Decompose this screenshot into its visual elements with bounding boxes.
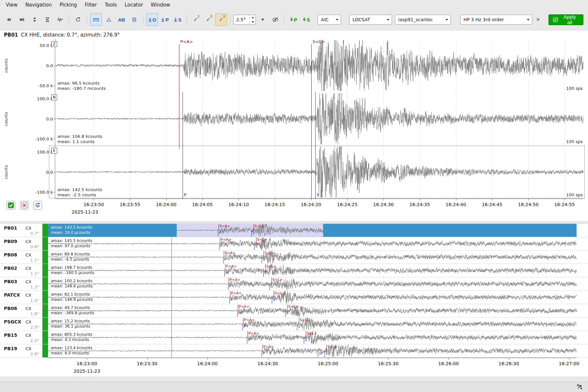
s-pick-line[interactable] bbox=[254, 244, 254, 250]
waveform-canvas-n[interactable] bbox=[56, 92, 583, 145]
row-trace-area[interactable]: amax: 198.7 kcountsmean: -160.5 µcountsP… bbox=[48, 264, 577, 277]
show-labels-button[interactable]: AB bbox=[116, 13, 127, 26]
p-arrival-line[interactable] bbox=[230, 291, 230, 297]
zoom-preset-2-button[interactable]: 2 bbox=[203, 13, 214, 26]
prev-next-trace-button[interactable] bbox=[3, 13, 15, 26]
station-row-pb02[interactable]: PB02CX1.1°amax: 198.7 kcountsmean: -160.… bbox=[0, 264, 588, 277]
show-raw-trace-button[interactable] bbox=[54, 13, 66, 26]
s-arrival-line[interactable] bbox=[299, 318, 299, 324]
p-pick-line[interactable] bbox=[223, 257, 223, 263]
s-pick-line[interactable] bbox=[304, 337, 304, 344]
expand-amplitude-button[interactable] bbox=[29, 13, 41, 26]
row-trace-area[interactable]: amax: 49.7 kcountsmean: -369.8 µcountsP<… bbox=[48, 304, 577, 317]
spin-up-icon[interactable] bbox=[252, 17, 254, 18]
p-arrival-line[interactable] bbox=[238, 304, 238, 311]
rotate-components-button[interactable] bbox=[72, 13, 84, 26]
spinner-arrows[interactable] bbox=[250, 15, 255, 24]
row-trace-area[interactable]: amax: 805.3 kcountsmean: 4.3 mcountsP<A>… bbox=[48, 331, 577, 344]
add-station-button[interactable]: + bbox=[257, 13, 269, 26]
sp-pick-line[interactable] bbox=[318, 351, 318, 357]
s-arrival-line[interactable] bbox=[271, 278, 272, 284]
station-row-pb01[interactable]: PB01CX0.7°amax: 142.5 kcountsmean: 19.0 … bbox=[0, 224, 588, 237]
row-waveform-canvas[interactable] bbox=[48, 304, 577, 317]
s-pick-line[interactable] bbox=[252, 230, 252, 237]
row-trace-area[interactable]: amax: 100.2 kcountsmean: 149.6 µcountsP<… bbox=[48, 277, 577, 290]
overlay-components-button[interactable] bbox=[128, 13, 140, 26]
skip-to-end-button[interactable] bbox=[16, 13, 28, 26]
s-pick-line[interactable] bbox=[270, 284, 270, 290]
zoom-angle-spinner[interactable]: 2.5° bbox=[233, 15, 256, 24]
station-row-psgcx[interactable]: PSGCXCX2.0°amax: 15.2 kcountsmean: 36.1 … bbox=[0, 318, 588, 331]
row-trace-area[interactable]: amax: 82.1 kcountsmean: 146.9 µcountsP<A… bbox=[48, 291, 577, 304]
p-pick-line[interactable] bbox=[183, 92, 183, 199]
s-arrival-line[interactable] bbox=[274, 291, 274, 297]
locator-select[interactable]: LOCSAT bbox=[349, 15, 392, 24]
align-on-time-button[interactable] bbox=[41, 13, 53, 26]
s-arrival-line[interactable] bbox=[287, 304, 287, 311]
s-pick-line[interactable] bbox=[263, 270, 264, 277]
p-pick-line[interactable] bbox=[224, 270, 225, 277]
s-arrival-line[interactable] bbox=[306, 331, 306, 337]
p-pick-line[interactable] bbox=[237, 311, 237, 317]
row-waveform-canvas[interactable] bbox=[48, 224, 577, 237]
p-arrival-line[interactable] bbox=[220, 237, 220, 244]
waveform-canvas-z[interactable] bbox=[56, 39, 583, 92]
row-trace-area[interactable]: amax: 15.2 kcountsmean: 36.1 µcountsP<A>… bbox=[48, 318, 577, 331]
menu-view[interactable]: View bbox=[2, 1, 22, 9]
confirm-pick-button[interactable] bbox=[7, 201, 15, 210]
p-arrival-line[interactable] bbox=[224, 251, 224, 257]
p-pick-line[interactable] bbox=[219, 244, 220, 250]
p-arrival-line[interactable] bbox=[225, 264, 225, 270]
s-arrival-line[interactable] bbox=[264, 251, 264, 257]
p-pick-line[interactable] bbox=[228, 284, 228, 290]
s-pick-line[interactable] bbox=[297, 324, 297, 330]
p-pick-line[interactable] bbox=[218, 230, 218, 237]
s-arrival-line[interactable] bbox=[265, 264, 266, 270]
station-row-pb19[interactable]: PB19CX2.8°amax: 123.4 kcountsmean: 6.0 m… bbox=[0, 344, 588, 358]
trace-row-e[interactable]: 100.0 k 0.0 -100.0 k counts E amax: 142.… bbox=[0, 145, 588, 199]
menu-tools[interactable]: Tools bbox=[101, 1, 121, 9]
zoom-preset-3-button[interactable]: 3 bbox=[215, 13, 227, 26]
p-arrival-line[interactable] bbox=[243, 318, 243, 324]
spin-down-icon[interactable] bbox=[252, 21, 254, 23]
align-s-button[interactable]: S bbox=[172, 13, 184, 26]
station-row-pb15[interactable]: PB15CX2.2°amax: 805.3 kcountsmean: 4.3 m… bbox=[0, 331, 588, 344]
layout-toggle-button[interactable] bbox=[577, 384, 583, 391]
pick-s-button[interactable]: S bbox=[300, 13, 312, 26]
row-waveform-canvas[interactable] bbox=[48, 237, 577, 250]
velocity-model-select[interactable]: iasp91_scanloc bbox=[395, 15, 451, 24]
p-arrival-line[interactable] bbox=[219, 224, 219, 230]
restore-pick-button[interactable] bbox=[33, 201, 42, 210]
align-p-button[interactable]: P bbox=[159, 13, 171, 26]
s-pick-line[interactable] bbox=[262, 257, 262, 263]
p-arrival-line[interactable] bbox=[248, 331, 248, 337]
zoom-preset-1-button[interactable]: 1 bbox=[190, 13, 202, 26]
trace-row-n[interactable]: 100.0 k 0.0 -100.0 k counts N amax: 106.… bbox=[0, 92, 588, 145]
row-trace-area[interactable]: amax: 145.5 kcountsmean: 97.0 µcountsP<A… bbox=[48, 237, 577, 250]
station-row-patcx[interactable]: PATCXCX1.4°amax: 82.1 kcountsmean: 146.9… bbox=[0, 291, 588, 304]
p-pick-line[interactable] bbox=[247, 337, 247, 344]
p-pick-line[interactable] bbox=[242, 324, 243, 330]
s-pick-line[interactable] bbox=[285, 311, 286, 317]
row-waveform-canvas[interactable] bbox=[48, 277, 577, 290]
menu-picking[interactable]: Picking bbox=[56, 1, 81, 9]
apply-all-button[interactable]: Apply all bbox=[548, 14, 583, 25]
filter-select[interactable]: HP 3 Hz 3rd order bbox=[460, 15, 532, 24]
menu-window[interactable]: Window bbox=[147, 1, 174, 9]
p-pick-line[interactable] bbox=[262, 351, 262, 357]
p-arrival-line[interactable] bbox=[179, 44, 179, 149]
s-arrival-line[interactable] bbox=[253, 224, 254, 230]
row-waveform-canvas[interactable] bbox=[48, 251, 577, 264]
menu-navigation[interactable]: Navigation bbox=[22, 1, 56, 9]
menu-filter[interactable]: Filter bbox=[81, 1, 101, 9]
station-row-pb09[interactable]: PB09CX0.8°amax: 145.5 kcountsmean: 97.0 … bbox=[0, 237, 588, 251]
station-row-pb06[interactable]: PB06CX1.8°amax: 49.7 kcountsmean: -369.8… bbox=[0, 304, 588, 318]
align-origin-button[interactable]: O bbox=[146, 13, 158, 26]
row-trace-area[interactable]: amax: 89.8 kcountsmean: -4.5 µcountsP<A>… bbox=[48, 251, 577, 264]
p-pick-line[interactable] bbox=[229, 297, 230, 303]
row-waveform-canvas[interactable] bbox=[48, 344, 577, 357]
row-trace-area[interactable]: amax: 142.5 kcountsmean: 19.0 µcountsP<A… bbox=[48, 224, 577, 237]
pick-p-button[interactable]: P bbox=[287, 13, 299, 26]
s-pick-line[interactable] bbox=[272, 297, 272, 303]
p-arrival-line[interactable] bbox=[262, 345, 263, 351]
